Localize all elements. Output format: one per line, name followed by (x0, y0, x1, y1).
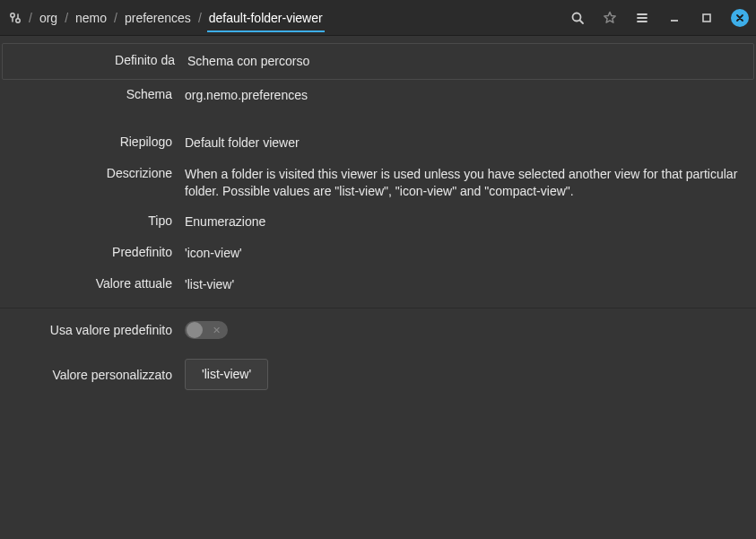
content: Definito da Schema con percorso Schema o… (0, 43, 756, 397)
use-default-toggle[interactable]: ✕ (185, 321, 228, 339)
row-type: Tipo Enumerazione (0, 206, 756, 238)
label-custom-value: Valore personalizzato (0, 368, 185, 382)
toggle-knob (187, 322, 203, 338)
value-summary: Default folder viewer (185, 135, 756, 152)
app-icon (7, 10, 23, 26)
value-schema: org.nemo.preferences (185, 87, 756, 104)
breadcrumb-separator: / (65, 11, 68, 25)
custom-value-select[interactable]: 'list-view' (185, 359, 268, 390)
value-default: 'icon-view' (185, 245, 756, 262)
breadcrumb-nemo[interactable]: nemo (74, 4, 109, 32)
value-description: When a folder is visited this viewer is … (185, 166, 756, 200)
label-use-default: Usa valore predefinito (0, 323, 185, 337)
value-defined-by: Schema con percorso (187, 53, 753, 70)
svg-rect-3 (703, 14, 710, 22)
label-current: Valore attuale (0, 276, 185, 293)
breadcrumb-separator: / (114, 11, 117, 25)
window-minimize-icon[interactable] (666, 10, 682, 26)
label-type: Tipo (0, 213, 185, 230)
svg-point-1 (16, 18, 20, 22)
breadcrumb-preferences[interactable]: preferences (123, 4, 193, 32)
row-custom-value: Valore personalizzato 'list-view' (0, 346, 756, 397)
window-close-icon[interactable] (731, 9, 749, 27)
row-schema: Schema org.nemo.preferences (0, 80, 756, 111)
value-custom-wrap: 'list-view' (185, 359, 756, 390)
row-description: Descrizione When a folder is visited thi… (0, 159, 756, 207)
window-maximize-icon[interactable] (699, 10, 715, 26)
toggle-off-icon: ✕ (213, 326, 221, 335)
row-summary: Riepilogo Default folder viewer (0, 127, 756, 159)
breadcrumb-default-folder-viewer[interactable]: default-folder-viewer (207, 4, 325, 32)
value-type: Enumerazione (185, 213, 756, 230)
breadcrumb-separator: / (198, 11, 202, 25)
menu-icon[interactable] (634, 10, 650, 26)
titlebar-actions (569, 9, 749, 27)
breadcrumb-separator: / (29, 11, 32, 25)
label-description: Descrizione (0, 166, 185, 200)
row-defined-by: Definito da Schema con percorso (2, 43, 754, 80)
label-defined-by: Definito da (3, 53, 187, 70)
value-use-default: ✕ (185, 321, 756, 339)
row-use-default: Usa valore predefinito ✕ (0, 309, 756, 346)
titlebar: / org / nemo / preferences / default-fol… (0, 0, 756, 36)
label-default: Predefinito (0, 245, 185, 262)
breadcrumb-org[interactable]: org (38, 4, 59, 32)
svg-point-0 (11, 13, 14, 16)
breadcrumb: / org / nemo / preferences / default-fol… (7, 4, 569, 32)
row-default: Predefinito 'icon-view' (0, 238, 756, 269)
label-summary: Riepilogo (0, 135, 185, 152)
value-current: 'list-view' (185, 276, 756, 293)
row-current: Valore attuale 'list-view' (0, 269, 756, 300)
label-schema: Schema (0, 87, 185, 104)
search-icon[interactable] (569, 10, 586, 26)
star-icon[interactable] (602, 10, 618, 26)
